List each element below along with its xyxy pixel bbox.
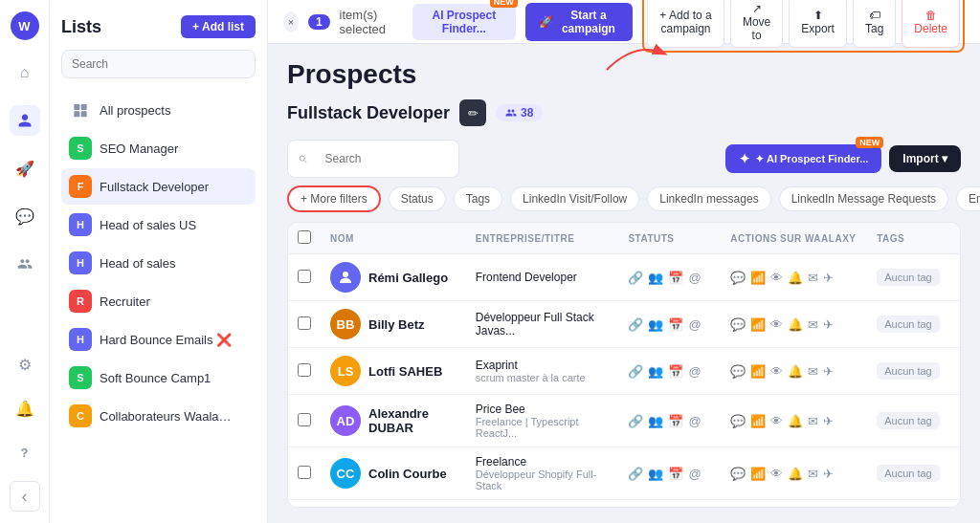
eye-icon[interactable]: 👁 bbox=[770, 414, 783, 428]
select-all-checkbox[interactable] bbox=[298, 230, 311, 244]
sidebar-item-all-prospects[interactable]: All prospects bbox=[61, 92, 256, 128]
row-checkbox[interactable] bbox=[298, 466, 311, 479]
ai-prospect-finder-main-button[interactable]: ✦ ✦ AI Prospect Finder... NEW bbox=[725, 144, 881, 173]
msg-icon[interactable]: 💬 bbox=[730, 414, 746, 428]
calendar-icon[interactable]: 📅 bbox=[668, 317, 683, 332]
sidebar-collapse-btn[interactable]: ‹ bbox=[10, 481, 40, 512]
msg-icon[interactable]: 💬 bbox=[730, 364, 746, 379]
mail-icon[interactable]: ✉ bbox=[808, 364, 818, 379]
wifi-icon[interactable]: 📶 bbox=[750, 467, 766, 481]
send-icon[interactable]: ✈ bbox=[823, 271, 834, 285]
calendar-icon[interactable]: 📅 bbox=[668, 467, 683, 481]
sidebar-item-soft-bounce[interactable]: S Soft Bounce Camp1 bbox=[61, 360, 256, 396]
edit-list-button[interactable]: ✏ bbox=[459, 99, 486, 126]
sidebar-item-bell[interactable]: 🔔 bbox=[10, 393, 40, 424]
at-icon[interactable]: @ bbox=[688, 414, 701, 428]
list-icon-head-sales-us: H bbox=[69, 213, 92, 236]
row-checkbox[interactable] bbox=[298, 316, 311, 330]
eye-icon[interactable]: 👁 bbox=[770, 467, 783, 481]
sidebar-item-recruiter[interactable]: R Recruiter bbox=[61, 283, 256, 319]
mail-icon[interactable]: ✉ bbox=[808, 271, 818, 285]
mail-icon[interactable]: ✉ bbox=[808, 467, 818, 481]
sidebar-item-home[interactable]: ⌂ bbox=[10, 57, 40, 88]
filter-tags[interactable]: Tags bbox=[454, 186, 502, 211]
sidebar-item-fullstack[interactable]: F Fullstack Developer bbox=[61, 168, 256, 205]
wifi-icon[interactable]: 📶 bbox=[750, 271, 766, 285]
link-icon[interactable]: 🔗 bbox=[628, 414, 643, 428]
filter-linkedin-message-requests[interactable]: LinkedIn Message Requests bbox=[779, 186, 948, 211]
bell-icon[interactable]: 🔔 bbox=[788, 414, 803, 428]
wifi-icon[interactable]: 📶 bbox=[750, 317, 766, 332]
sidebar-item-help[interactable]: ? bbox=[10, 437, 40, 468]
group-icon[interactable]: 👥 bbox=[648, 271, 663, 285]
row-checkbox[interactable] bbox=[298, 363, 311, 377]
group-icon[interactable]: 👥 bbox=[648, 317, 663, 332]
sidebar-item-message[interactable]: 💬 bbox=[10, 201, 40, 231]
sidebar-item-collaborateurs[interactable]: C Collaborateurs Waala… bbox=[61, 398, 256, 434]
send-icon[interactable]: ✈ bbox=[823, 414, 834, 428]
eye-icon[interactable]: 👁 bbox=[770, 364, 783, 379]
prospect-name: Colin Courbe bbox=[368, 467, 447, 481]
send-icon[interactable]: ✈ bbox=[823, 364, 834, 379]
send-icon[interactable]: ✈ bbox=[823, 317, 834, 332]
bell-icon[interactable]: 🔔 bbox=[788, 467, 803, 481]
import-button[interactable]: Import ▾ bbox=[889, 145, 961, 172]
filter-email[interactable]: Email bbox=[956, 186, 980, 211]
delete-button[interactable]: 🗑 Delete bbox=[902, 0, 960, 48]
bell-icon[interactable]: 🔔 bbox=[788, 364, 803, 379]
row-checkbox[interactable] bbox=[298, 270, 311, 283]
link-icon[interactable]: 🔗 bbox=[628, 317, 643, 332]
filter-status[interactable]: Status bbox=[389, 186, 446, 211]
wifi-icon[interactable]: 📶 bbox=[750, 364, 766, 379]
group-icon[interactable]: 👥 bbox=[648, 364, 663, 379]
at-icon[interactable]: @ bbox=[688, 317, 701, 332]
more-filters-button[interactable]: + More filters bbox=[287, 185, 381, 212]
sidebar-item-rocket[interactable]: 🚀 bbox=[10, 153, 40, 184]
close-selection-button[interactable]: × bbox=[283, 11, 299, 33]
prospects-search-input[interactable] bbox=[314, 145, 449, 172]
calendar-icon[interactable]: 📅 bbox=[668, 414, 683, 428]
at-icon[interactable]: @ bbox=[688, 364, 701, 379]
wifi-icon[interactable]: 📶 bbox=[750, 414, 766, 428]
sidebar-item-head-sales-us[interactable]: H Head of sales US bbox=[61, 207, 256, 243]
add-to-campaign-button[interactable]: + Add to a campaign bbox=[647, 0, 724, 48]
at-icon[interactable]: @ bbox=[688, 271, 701, 285]
msg-icon[interactable]: 💬 bbox=[730, 271, 746, 285]
link-icon[interactable]: 🔗 bbox=[628, 364, 643, 379]
mail-icon[interactable]: ✉ bbox=[808, 317, 818, 332]
list-icon-soft-bounce: S bbox=[69, 366, 92, 389]
sidebar-item-group[interactable] bbox=[10, 249, 40, 279]
row-checkbox[interactable] bbox=[298, 413, 311, 426]
active-list-name: Fullstack Developer bbox=[287, 103, 450, 123]
brand-logo[interactable]: W bbox=[11, 11, 39, 40]
link-icon[interactable]: 🔗 bbox=[628, 271, 643, 285]
calendar-icon[interactable]: 📅 bbox=[668, 271, 683, 285]
group-icon[interactable]: 👥 bbox=[648, 467, 663, 481]
filter-linkedin-visit[interactable]: LinkedIn Visit/Follow bbox=[510, 186, 639, 211]
at-icon[interactable]: @ bbox=[688, 467, 701, 481]
ai-prospect-finder-topbar-button[interactable]: AI Prospect Finder... NEW bbox=[412, 4, 516, 40]
sidebar-item-seo-manager[interactable]: S SEO Manager bbox=[61, 130, 256, 166]
sidebar-item-people[interactable] bbox=[10, 105, 40, 136]
move-to-button[interactable]: ↗ Move to bbox=[730, 0, 783, 48]
filter-linkedin-messages[interactable]: LinkedIn messages bbox=[647, 186, 770, 211]
eye-icon[interactable]: 👁 bbox=[770, 317, 783, 332]
export-button[interactable]: ⬆ Export bbox=[789, 0, 847, 48]
tag-button[interactable]: 🏷 Tag bbox=[853, 0, 896, 48]
calendar-icon[interactable]: 📅 bbox=[668, 364, 683, 379]
bell-icon[interactable]: 🔔 bbox=[788, 271, 803, 285]
eye-icon[interactable]: 👁 bbox=[770, 271, 783, 285]
msg-icon[interactable]: 💬 bbox=[730, 317, 746, 332]
send-icon[interactable]: ✈ bbox=[823, 467, 834, 481]
sidebar-item-hard-bounce[interactable]: H Hard Bounce Emails ❌ bbox=[61, 321, 256, 358]
msg-icon[interactable]: 💬 bbox=[730, 467, 746, 481]
mail-icon[interactable]: ✉ bbox=[808, 414, 818, 428]
group-icon[interactable]: 👥 bbox=[648, 414, 663, 428]
sidebar-item-head-sales[interactable]: H Head of sales bbox=[61, 245, 256, 281]
add-list-button[interactable]: + Add list bbox=[181, 15, 256, 38]
bell-icon[interactable]: 🔔 bbox=[788, 317, 803, 332]
start-campaign-button[interactable]: 🚀 Start a campaign bbox=[525, 3, 633, 41]
lists-search-input[interactable] bbox=[61, 50, 256, 78]
sidebar-item-settings[interactable]: ⚙ bbox=[10, 349, 40, 380]
link-icon[interactable]: 🔗 bbox=[628, 467, 643, 481]
